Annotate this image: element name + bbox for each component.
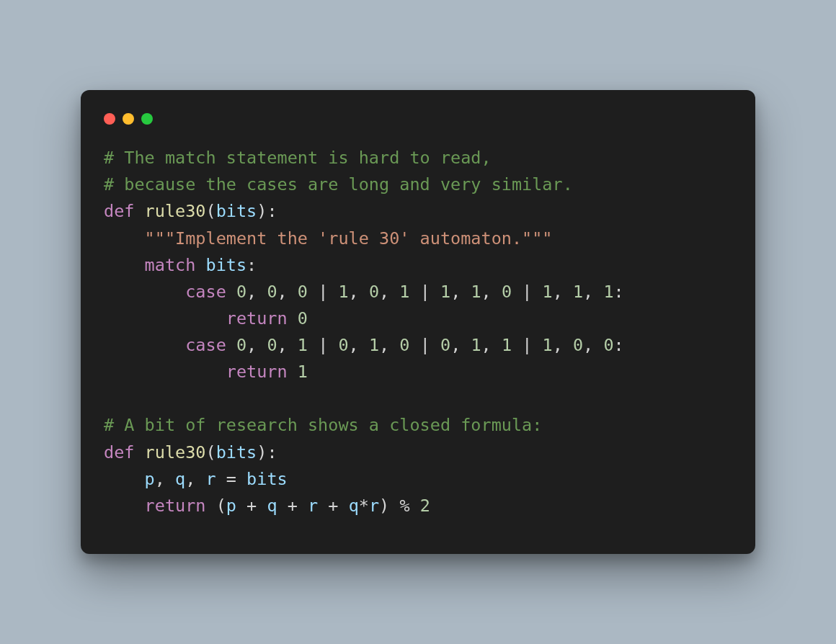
param: bits [216,201,257,221]
window-titlebar [104,107,732,145]
code-block: # The match statement is hard to read, #… [104,145,732,519]
def-keyword: def [104,201,134,221]
comment-line: # A bit of research shows a closed formu… [104,415,542,435]
case-keyword: case [185,335,226,355]
func-name: rule30 [145,201,206,221]
return-keyword: return [145,496,206,516]
code-window: # The match statement is hard to read, #… [81,90,755,554]
comment-line: # The match statement is hard to read, [104,148,492,168]
close-icon[interactable] [104,113,115,125]
minimize-icon[interactable] [123,113,134,125]
def-keyword: def [104,442,134,462]
match-keyword: match [145,255,196,275]
maximize-icon[interactable] [141,113,153,125]
docstring: """Implement the 'rule 30' automaton.""" [145,228,553,249]
return-keyword: return [226,308,288,328]
return-keyword: return [226,362,288,382]
func-name: rule30 [145,442,206,462]
comment-line: # because the cases are long and very si… [104,174,573,194]
case-keyword: case [185,282,226,302]
param: bits [216,442,257,462]
